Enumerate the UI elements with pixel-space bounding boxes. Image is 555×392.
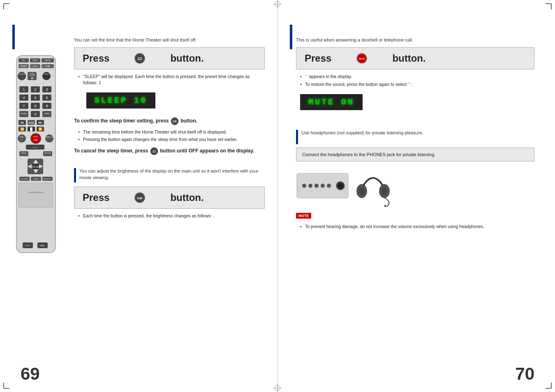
mute-section: This is useful when answering a doorbell… bbox=[296, 37, 534, 113]
svg-text:▐▌: ▐▌ bbox=[29, 127, 33, 131]
mute-button-icon: MUTE bbox=[356, 53, 368, 64]
svg-text:5: 5 bbox=[34, 96, 36, 100]
headphone-svg bbox=[356, 166, 391, 207]
svg-text:1/PROG: 1/PROG bbox=[43, 73, 49, 75]
svg-text:⏭: ⏭ bbox=[39, 121, 42, 125]
svg-text:DIMSS: DIMSS bbox=[44, 113, 50, 115]
cancel-button-icon: ZZ bbox=[150, 147, 159, 156]
unit-front-panel bbox=[296, 173, 349, 199]
headphone-illustration bbox=[296, 166, 534, 207]
svg-text:USB: USB bbox=[46, 65, 50, 67]
svg-text:2: 2 bbox=[34, 88, 36, 92]
svg-text:OK: OK bbox=[34, 138, 38, 141]
sleep-button-icon: ZZ bbox=[134, 53, 146, 64]
svg-text:1: 1 bbox=[23, 88, 25, 92]
svg-text:ZZ: ZZ bbox=[153, 150, 156, 153]
svg-text:8: 8 bbox=[34, 104, 36, 108]
dimmer-bullet-list: Each time the button is pressed, the bri… bbox=[74, 213, 265, 219]
svg-text:MENU: MENU bbox=[21, 152, 26, 154]
mute-display: MUTE ON bbox=[300, 94, 363, 110]
dimmer-button-icon: DIM bbox=[134, 192, 146, 203]
svg-text:DIM: DIM bbox=[137, 197, 143, 200]
svg-point-109 bbox=[338, 183, 343, 188]
remote-control: TV DVD FM/TM VIDEO AUX USB POWER ⏻ OPEN/… bbox=[14, 53, 58, 256]
svg-point-103 bbox=[302, 184, 306, 188]
right-accent-bar bbox=[290, 25, 292, 49]
svg-text:ZZ: ZZ bbox=[138, 57, 142, 61]
svg-text:⏮: ⏮ bbox=[21, 121, 24, 125]
svg-text:⏩: ⏩ bbox=[38, 127, 42, 131]
svg-text:AUX: AUX bbox=[33, 65, 37, 67]
svg-point-106 bbox=[321, 184, 325, 188]
svg-text:Function buttons: Function buttons bbox=[28, 191, 44, 194]
note-bullet-list: To prevent hearing damage, do not increa… bbox=[296, 224, 534, 230]
left-accent-bar bbox=[12, 25, 15, 49]
svg-text:7: 7 bbox=[23, 104, 25, 108]
dimmer-blue-bar bbox=[74, 168, 76, 182]
right-page-number: 70 bbox=[515, 364, 534, 384]
mute-title: This is useful when answering a doorbell… bbox=[296, 37, 534, 43]
left-page: TV DVD FM/TM VIDEO AUX USB POWER ⏻ OPEN/… bbox=[0, 0, 278, 392]
sleep-display: SLEEP 10 bbox=[86, 92, 155, 108]
mute-bullet-list: ' ' appears in the display. To restore t… bbox=[296, 74, 534, 87]
svg-text:RETURN: RETURN bbox=[44, 152, 51, 154]
mute-press-label: Press bbox=[305, 53, 331, 64]
svg-rect-86 bbox=[18, 183, 53, 208]
sleep-timer-section: You can set the time that the Home Theat… bbox=[74, 37, 265, 156]
dimmer-title: You can adjust the brightness of the dis… bbox=[79, 168, 265, 181]
sleep-press-label: Press bbox=[83, 53, 109, 64]
svg-text:VOL: VOL bbox=[20, 136, 24, 138]
svg-text:3D SURR: 3D SURR bbox=[21, 178, 28, 180]
svg-text:⏪: ⏪ bbox=[20, 127, 24, 131]
right-content: This is useful when answering a doorbell… bbox=[290, 37, 534, 229]
svg-text:HARD CH: HARD CH bbox=[46, 136, 53, 138]
svg-text:⏻: ⏻ bbox=[21, 75, 23, 78]
sleep-bullet-list: "SLEEP" will be displayed. Each time the… bbox=[74, 74, 265, 85]
mute-press-box: Press MUTE button. bbox=[296, 47, 534, 69]
svg-text:4: 4 bbox=[23, 96, 25, 100]
svg-text:FM/TM: FM/TM bbox=[44, 59, 51, 62]
svg-rect-114 bbox=[384, 205, 386, 207]
headphone-connect-text: Connect the headphones to the PHONES jac… bbox=[302, 152, 528, 157]
mute-button-label: button. bbox=[392, 53, 426, 64]
svg-text:HMAK+: HMAK+ bbox=[39, 244, 46, 247]
sleep-bullet-1: "SLEEP" will be displayed. Each time the… bbox=[78, 74, 265, 85]
mute-bullet-1: ' ' appears in the display. bbox=[300, 74, 534, 80]
svg-text:MUTE: MUTE bbox=[33, 136, 38, 138]
svg-text:SA SETUP: SA SETUP bbox=[43, 178, 51, 180]
svg-text:6: 6 bbox=[46, 96, 48, 100]
svg-text:OK: OK bbox=[173, 120, 177, 123]
svg-text:DVD: DVD bbox=[33, 59, 37, 62]
headphone-connect-box: Connect the headphones to the PHONES jac… bbox=[296, 148, 534, 161]
svg-point-65 bbox=[45, 134, 53, 143]
headphone-section: Use headphones (not supplied) for privat… bbox=[296, 130, 534, 230]
svg-text:═══: ═══ bbox=[32, 146, 37, 149]
svg-text:ENTER: ENTER bbox=[32, 166, 39, 168]
confirm-bullet-2: Pressing the button again changes the sl… bbox=[78, 136, 265, 143]
dimmer-section: You can adjust the brightness of the dis… bbox=[74, 168, 265, 219]
svg-point-107 bbox=[327, 184, 331, 188]
svg-text:▲: ▲ bbox=[30, 76, 34, 80]
left-content: You can set the time that the Home Theat… bbox=[74, 37, 265, 219]
svg-text:POWER: POWER bbox=[21, 113, 27, 115]
note-section: NOTE To prevent hearing damage, do not i… bbox=[296, 213, 534, 230]
dimmer-button-label: button. bbox=[170, 192, 204, 203]
svg-text:9: 9 bbox=[46, 104, 48, 108]
svg-point-111 bbox=[359, 187, 365, 195]
svg-text:B-SUP: B-SUP bbox=[25, 244, 30, 247]
confirm-button-icon: OK bbox=[170, 117, 179, 126]
svg-point-104 bbox=[308, 184, 312, 188]
mute-bullet-2: To restore the sound, press the button a… bbox=[300, 81, 534, 88]
left-page-number: 69 bbox=[21, 364, 40, 384]
svg-text:VIDEO: VIDEO bbox=[20, 65, 27, 67]
confirm-bullet-1: The remaining time before the Home Theat… bbox=[78, 129, 265, 135]
dimmer-press-label: Press bbox=[83, 192, 109, 203]
svg-text:+: + bbox=[21, 138, 23, 141]
confirm-text: To confirm the sleep timer setting, pres… bbox=[74, 117, 265, 126]
svg-point-105 bbox=[314, 184, 319, 188]
headphone-title: Use headphones (not supplied) for privat… bbox=[301, 130, 423, 136]
note-bullet-1: To prevent hearing damage, do not increa… bbox=[300, 224, 534, 230]
dimmer-press-box: Press DIM button. bbox=[74, 187, 265, 209]
confirm-bullet-list: The remaining time before the Home Theat… bbox=[74, 129, 265, 143]
svg-point-113 bbox=[382, 187, 387, 195]
